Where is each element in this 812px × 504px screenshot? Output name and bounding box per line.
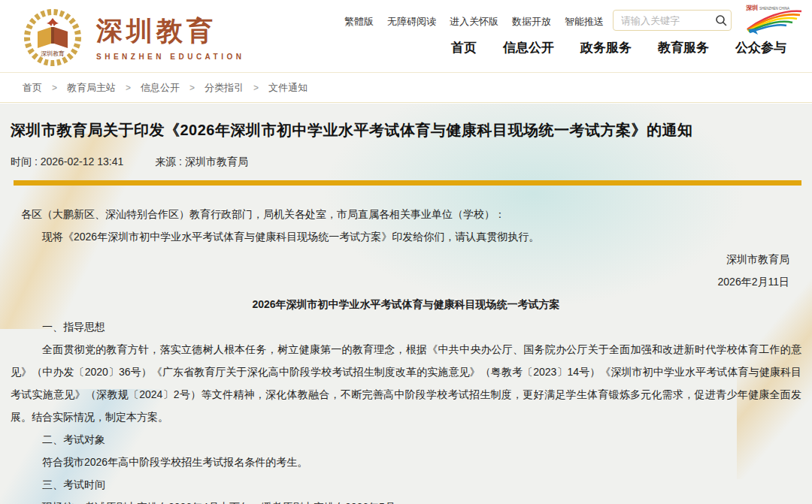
search-box [613,10,732,31]
doc-title: 2026年深圳市初中学业水平考试体育与健康科目现场统一考试方案 [11,293,801,315]
section-heading: 一、指导思想 [11,315,801,338]
main-nav-item[interactable]: 公众参与 [735,39,786,56]
article: 深圳市教育局关于印发《2026年深圳市初中学业水平考试体育与健康科目现场统一考试… [0,104,812,504]
shenzhen-china-logo-icon[interactable]: 深圳 SHENZHEN CHINA [744,4,803,38]
time-value: 2026-02-12 13:41 [41,155,124,167]
page-title: 深圳市教育局关于印发《2026年深圳市初中学业水平考试体育与健康科目现场统一考试… [11,104,801,140]
utility-nav: 繁體版无障碍阅读进入关怀版数据开放智能推送 [344,15,604,29]
article-meta: 时间 : 2026-02-12 13:41 来源 : 深圳市教育局 [11,155,801,169]
source: 来源 : 深圳市教育局 [155,155,248,169]
site-logo[interactable]: 深圳教育 SHENZHEN EDUCATION [96,14,244,61]
breadcrumb-item[interactable]: 分类指引 [205,81,244,95]
site-logo-title: 深圳教育 [96,14,244,49]
breadcrumb-separator: > [253,83,259,93]
publish-time: 时间 : 2026-02-12 13:41 [11,155,123,169]
search-icon[interactable] [711,14,731,26]
main-nav-item[interactable]: 首页 [451,39,477,56]
section-heading: 三、考试时间 [11,473,801,496]
source-value: 深圳市教育局 [185,155,248,167]
utility-nav-item[interactable]: 繁體版 [344,15,374,29]
search-input[interactable] [614,15,711,26]
breadcrumb-separator: > [52,83,57,93]
site-logo-subtitle: SHENZHEN EDUCATION [96,53,244,61]
page: 深圳教育 深圳教育 SHENZHEN EDUCATION 繁體版无障碍阅读进入关… [0,0,812,504]
breadcrumb-item[interactable]: 首页 [23,81,42,95]
section-paragraph: 全面贯彻党的教育方针，落实立德树人根本任务，树立健康第一的教育理念，根据《中共中… [11,338,801,428]
section-heading: 二、考试对象 [11,428,801,451]
doc-intro: 现将《2026年深圳市初中学业水平考试体育与健康科目现场统一考试方案》印发给你们… [11,225,801,248]
main-nav-item[interactable]: 信息公开 [503,39,554,56]
section-paragraph: 现场统一考试原则上安排在2026年4月中下旬。缓考原则上安排在2026年5月。 [11,496,801,504]
breadcrumb-separator: > [126,83,131,93]
doc-sign-date: 2026年2月11日 [11,270,801,293]
content-area: 深圳市教育局关于印发《2026年深圳市初中学业水平考试体育与健康科目现场统一考试… [0,104,812,504]
breadcrumb-item[interactable]: 教育局主站 [67,81,116,95]
section-paragraph: 符合我市2026年高中阶段学校招生考试报名条件的考生。 [11,451,801,473]
gold-divider [14,180,801,186]
source-label: 来源 : [155,155,182,167]
document-body: 各区（大鹏新区、深汕特别合作区）教育行政部门，局机关各处室，市局直属各相关事业单… [11,203,801,504]
emblem-label: 深圳教育 [41,50,65,57]
breadcrumb-separator: > [189,83,195,93]
utility-nav-item[interactable]: 智能推送 [565,15,604,29]
main-nav: 首页信息公开政务服务教育服务公众参与 [451,39,786,56]
main-nav-item[interactable]: 政务服务 [580,39,632,56]
breadcrumb-item[interactable]: 信息公开 [141,81,180,95]
time-label: 时间 : [11,155,38,167]
doc-signer: 深圳市教育局 [11,248,801,270]
shenzhen-education-emblem-icon[interactable]: 深圳教育 [20,3,86,72]
site-header: 深圳教育 深圳教育 SHENZHEN EDUCATION 繁體版无障碍阅读进入关… [0,0,812,73]
citylogo-en: SHENZHEN CHINA [759,7,789,11]
breadcrumb: 首页>教育局主站>信息公开>分类指引>文件通知 [0,74,812,103]
utility-nav-item[interactable]: 无障碍阅读 [387,15,436,29]
utility-nav-item[interactable]: 进入关怀版 [450,15,498,29]
main-nav-item[interactable]: 教育服务 [658,39,709,56]
doc-sections: 一、指导思想全面贯彻党的教育方针，落实立德树人根本任务，树立健康第一的教育理念，… [11,315,801,504]
breadcrumb-item: 文件通知 [268,81,308,95]
citylogo-cn: 深圳 [746,5,758,11]
utility-nav-item[interactable]: 数据开放 [512,15,551,29]
doc-salutation: 各区（大鹏新区、深汕特别合作区）教育行政部门，局机关各处室，市局直属各相关事业单… [11,203,801,225]
